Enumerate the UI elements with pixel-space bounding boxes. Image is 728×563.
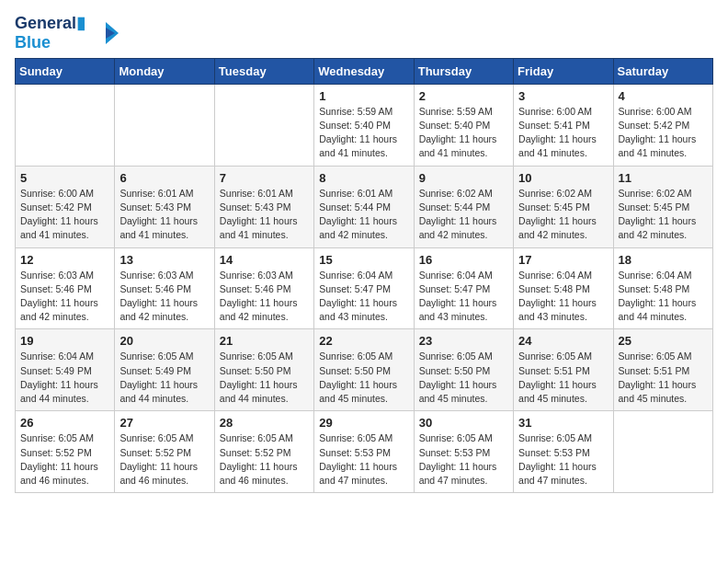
calendar-cell: 14Sunrise: 6:03 AM Sunset: 5:46 PM Dayli… (214, 247, 313, 329)
day-info: Sunrise: 6:02 AM Sunset: 5:45 PM Dayligh… (518, 187, 608, 243)
day-info: Sunrise: 6:01 AM Sunset: 5:43 PM Dayligh… (220, 187, 309, 243)
day-header-saturday: Saturday (613, 58, 712, 84)
calendar-cell: 29Sunrise: 6:05 AM Sunset: 5:53 PM Dayli… (314, 411, 414, 493)
calendar-cell: 24Sunrise: 6:05 AM Sunset: 5:51 PM Dayli… (514, 329, 613, 411)
day-number: 19 (20, 334, 109, 348)
day-number: 30 (419, 416, 508, 430)
day-number: 11 (619, 171, 708, 185)
day-info: Sunrise: 6:03 AM Sunset: 5:46 PM Dayligh… (119, 269, 209, 325)
day-info: Sunrise: 6:00 AM Sunset: 5:42 PM Dayligh… (20, 187, 109, 243)
day-header-sunday: Sunday (16, 58, 115, 84)
day-info: Sunrise: 6:05 AM Sunset: 5:53 PM Dayligh… (319, 431, 408, 488)
day-number: 8 (319, 171, 408, 185)
calendar-cell: 28Sunrise: 6:05 AM Sunset: 5:52 PM Dayli… (214, 411, 313, 493)
day-info: Sunrise: 6:01 AM Sunset: 5:43 PM Dayligh… (119, 187, 209, 243)
day-number: 6 (119, 171, 209, 185)
day-number: 27 (119, 416, 209, 430)
calendar-cell: 19Sunrise: 6:04 AM Sunset: 5:49 PM Dayli… (16, 329, 115, 411)
day-number: 10 (518, 171, 608, 185)
calendar-cell: 20Sunrise: 6:05 AM Sunset: 5:49 PM Dayli… (115, 329, 214, 411)
day-number: 23 (419, 334, 508, 348)
day-number: 15 (319, 253, 408, 267)
calendar-cell: 11Sunrise: 6:02 AM Sunset: 5:45 PM Dayli… (613, 166, 712, 247)
day-number: 13 (119, 253, 209, 267)
calendar-cell: 25Sunrise: 6:05 AM Sunset: 5:51 PM Dayli… (613, 329, 712, 411)
calendar-cell (613, 411, 712, 493)
day-header-thursday: Thursday (414, 58, 513, 84)
calendar-cell: 2Sunrise: 5:59 AM Sunset: 5:40 PM Daylig… (414, 84, 513, 166)
calendar-cell: 9Sunrise: 6:02 AM Sunset: 5:44 PM Daylig… (414, 166, 513, 247)
day-info: Sunrise: 6:00 AM Sunset: 5:42 PM Dayligh… (619, 105, 708, 161)
day-number: 16 (419, 253, 508, 267)
calendar-cell (214, 84, 313, 166)
day-header-wednesday: Wednesday (314, 58, 414, 84)
calendar-week-3: 12Sunrise: 6:03 AM Sunset: 5:46 PM Dayli… (16, 247, 713, 329)
day-number: 3 (518, 89, 608, 103)
day-number: 29 (319, 416, 408, 430)
calendar-cell: 4Sunrise: 6:00 AM Sunset: 5:42 PM Daylig… (613, 84, 712, 166)
day-info: Sunrise: 6:05 AM Sunset: 5:52 PM Dayligh… (20, 431, 109, 488)
day-number: 26 (20, 416, 109, 430)
day-number: 4 (619, 89, 708, 103)
calendar-week-1: 1Sunrise: 5:59 AM Sunset: 5:40 PM Daylig… (16, 84, 713, 166)
calendar-cell: 22Sunrise: 6:05 AM Sunset: 5:50 PM Dayli… (314, 329, 414, 411)
calendar-cell: 10Sunrise: 6:02 AM Sunset: 5:45 PM Dayli… (514, 166, 613, 247)
logo-icon (89, 18, 119, 48)
calendar-cell: 3Sunrise: 6:00 AM Sunset: 5:41 PM Daylig… (514, 84, 613, 166)
calendar-cell (16, 84, 115, 166)
calendar-week-5: 26Sunrise: 6:05 AM Sunset: 5:52 PM Dayli… (16, 411, 713, 493)
calendar-cell: 12Sunrise: 6:03 AM Sunset: 5:46 PM Dayli… (16, 247, 115, 329)
day-header-tuesday: Tuesday (214, 58, 313, 84)
day-number: 31 (518, 416, 608, 430)
day-info: Sunrise: 6:05 AM Sunset: 5:50 PM Dayligh… (319, 350, 408, 406)
calendar-cell: 16Sunrise: 6:04 AM Sunset: 5:47 PM Dayli… (414, 247, 513, 329)
day-info: Sunrise: 6:04 AM Sunset: 5:47 PM Dayligh… (419, 269, 508, 325)
calendar-table: SundayMondayTuesdayWednesdayThursdayFrid… (15, 58, 713, 493)
day-info: Sunrise: 6:03 AM Sunset: 5:46 PM Dayligh… (20, 269, 109, 325)
logo: General▮ Blue (15, 15, 119, 52)
page-header: General▮ Blue (15, 15, 713, 52)
day-number: 28 (220, 416, 309, 430)
day-info: Sunrise: 6:05 AM Sunset: 5:53 PM Dayligh… (518, 431, 608, 488)
day-number: 12 (20, 253, 109, 267)
calendar-cell (115, 84, 214, 166)
day-number: 25 (619, 334, 708, 348)
day-number: 2 (419, 89, 508, 103)
day-info: Sunrise: 6:05 AM Sunset: 5:49 PM Dayligh… (119, 350, 209, 406)
calendar-cell: 26Sunrise: 6:05 AM Sunset: 5:52 PM Dayli… (16, 411, 115, 493)
calendar-cell: 13Sunrise: 6:03 AM Sunset: 5:46 PM Dayli… (115, 247, 214, 329)
day-number: 18 (619, 253, 708, 267)
calendar-cell: 18Sunrise: 6:04 AM Sunset: 5:48 PM Dayli… (613, 247, 712, 329)
logo-line1: General▮ (15, 15, 85, 33)
calendar-cell: 1Sunrise: 5:59 AM Sunset: 5:40 PM Daylig… (314, 84, 414, 166)
calendar-cell: 15Sunrise: 6:04 AM Sunset: 5:47 PM Dayli… (314, 247, 414, 329)
day-number: 14 (220, 253, 309, 267)
day-info: Sunrise: 6:04 AM Sunset: 5:48 PM Dayligh… (619, 269, 708, 325)
day-header-friday: Friday (514, 58, 613, 84)
day-info: Sunrise: 6:05 AM Sunset: 5:50 PM Dayligh… (220, 350, 309, 406)
day-number: 5 (20, 171, 109, 185)
calendar-cell: 31Sunrise: 6:05 AM Sunset: 5:53 PM Dayli… (514, 411, 613, 493)
logo-line2: Blue (15, 33, 85, 52)
day-info: Sunrise: 6:05 AM Sunset: 5:51 PM Dayligh… (619, 350, 708, 406)
day-number: 24 (518, 334, 608, 348)
day-info: Sunrise: 6:04 AM Sunset: 5:49 PM Dayligh… (20, 350, 109, 406)
day-number: 22 (319, 334, 408, 348)
day-info: Sunrise: 6:04 AM Sunset: 5:47 PM Dayligh… (319, 269, 408, 325)
calendar-cell: 17Sunrise: 6:04 AM Sunset: 5:48 PM Dayli… (514, 247, 613, 329)
day-number: 21 (220, 334, 309, 348)
day-info: Sunrise: 6:05 AM Sunset: 5:52 PM Dayligh… (220, 431, 309, 488)
day-info: Sunrise: 6:01 AM Sunset: 5:44 PM Dayligh… (319, 187, 408, 243)
calendar-cell: 27Sunrise: 6:05 AM Sunset: 5:52 PM Dayli… (115, 411, 214, 493)
calendar-cell: 21Sunrise: 6:05 AM Sunset: 5:50 PM Dayli… (214, 329, 313, 411)
day-number: 17 (518, 253, 608, 267)
calendar-cell: 30Sunrise: 6:05 AM Sunset: 5:53 PM Dayli… (414, 411, 513, 493)
day-header-monday: Monday (115, 58, 214, 84)
day-info: Sunrise: 6:05 AM Sunset: 5:50 PM Dayligh… (419, 350, 508, 406)
calendar-cell: 8Sunrise: 6:01 AM Sunset: 5:44 PM Daylig… (314, 166, 414, 247)
day-info: Sunrise: 5:59 AM Sunset: 5:40 PM Dayligh… (419, 105, 508, 161)
day-info: Sunrise: 6:05 AM Sunset: 5:53 PM Dayligh… (419, 431, 508, 488)
day-info: Sunrise: 6:02 AM Sunset: 5:44 PM Dayligh… (419, 187, 508, 243)
day-info: Sunrise: 6:04 AM Sunset: 5:48 PM Dayligh… (518, 269, 608, 325)
calendar-week-2: 5Sunrise: 6:00 AM Sunset: 5:42 PM Daylig… (16, 166, 713, 247)
